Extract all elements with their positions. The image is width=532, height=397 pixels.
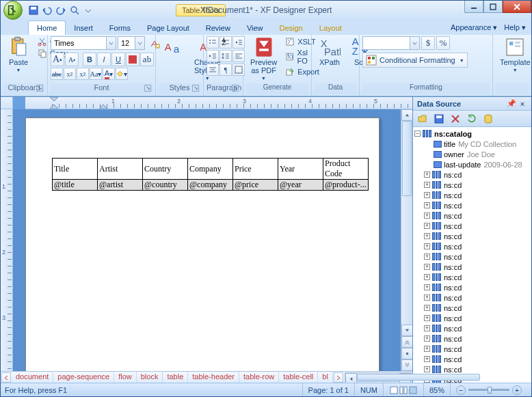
case-button[interactable]: Aa▾ [90,68,102,80]
document-viewport[interactable]: Title Artist Country Company Price Year … [13,109,401,371]
td-price[interactable]: @price [233,180,278,191]
td-product[interactable]: @product-... [323,180,369,191]
open-icon[interactable] [416,112,429,126]
qat-undo-icon[interactable] [42,5,53,16]
tree-row[interactable]: +ns:cd [413,272,531,282]
tree-row[interactable]: +ns:cd [413,333,531,344]
zoom-in-button[interactable]: + [512,385,522,395]
qat-more-icon[interactable] [83,5,94,16]
chevron-down-icon[interactable] [107,36,116,50]
vertical-scrollbar[interactable] [401,109,412,371]
breadcrumb-table[interactable]: table [163,372,188,383]
tree-row[interactable]: +ns:cd [413,190,531,200]
zoom-out-button[interactable]: − [456,385,466,395]
hscroll-thumb[interactable] [357,374,480,381]
tree-row[interactable]: +ns:cd [413,231,531,241]
th-year[interactable]: Year [278,159,323,180]
subscript-button[interactable]: x2 [64,68,76,80]
number-format-combo[interactable] [362,36,410,50]
numbering-button[interactable]: 12 [220,36,232,49]
qat-save-icon[interactable] [28,5,39,16]
italic-button[interactable]: I [97,53,111,66]
close-button[interactable] [503,1,531,13]
zoom-slider[interactable] [468,389,509,391]
clipboard-launcher-icon[interactable]: ↘ [36,85,43,92]
scroll-thumb[interactable] [402,121,412,196]
th-company[interactable]: Company [188,159,233,180]
delete-icon[interactable] [449,112,462,126]
tree-row[interactable]: titleMy CD Collection [413,139,531,149]
tree-row[interactable]: +ns:cd [413,169,531,180]
conditional-formatting-button[interactable]: Conditional Formatting▼ [362,53,468,68]
td-artist[interactable]: @artist [98,180,143,191]
chevron-down-icon[interactable] [410,36,420,50]
paragraph-launcher-icon[interactable]: ↘ [232,85,239,92]
app-orb[interactable] [3,1,23,20]
tree-row[interactable]: +ns:cd [413,313,531,323]
bold-button[interactable]: B [83,53,96,66]
tab-page-layout[interactable]: Page Layout [139,21,198,35]
browse-object-icon[interactable] [401,348,412,359]
fill-color-button[interactable]: ▾ [116,68,128,80]
tree-row[interactable]: last-update2009-06-28 [413,159,531,169]
doc-table[interactable]: Title Artist Country Company Price Year … [52,158,369,191]
zoom-level[interactable]: 85% [423,383,450,396]
preview-pdf-button[interactable]: Preview as PDF▼ [246,36,281,82]
breadcrumb-flow[interactable]: flow [114,372,137,383]
tree-row[interactable]: +ns:cd [413,241,531,251]
strike-button[interactable]: abc [51,68,63,80]
td-year[interactable]: @year [278,180,323,191]
td-title[interactable]: @title [53,180,98,191]
tree-row[interactable]: +ns:cd [413,354,531,364]
percent-button[interactable]: % [436,36,450,50]
breadcrumb-right-icon[interactable] [334,372,343,383]
tree-row[interactable]: +ns:cd [413,344,531,354]
tree-row[interactable]: −ns:catalog [413,128,531,139]
tree-row[interactable]: +ns:cd [413,262,531,272]
chevron-down-icon[interactable] [135,36,145,50]
breadcrumb-table-header[interactable]: table-header [188,372,239,383]
highlight-button[interactable]: ab [140,53,154,66]
underline-button[interactable]: U [111,53,125,66]
font-size-combo[interactable] [118,36,135,50]
breadcrumb-page-sequence[interactable]: page-sequence [53,372,114,383]
breadcrumb-table-row[interactable]: table-row [239,372,279,383]
vertical-ruler[interactable]: 123 [1,109,13,371]
bullets-button[interactable] [207,36,219,49]
grow-font-button[interactable]: A▴ [51,53,64,66]
scroll-down-icon[interactable] [401,325,412,336]
font-color-button[interactable]: A▾ [103,68,115,80]
tree-row[interactable]: +ns:cd [413,210,531,221]
xpath-button[interactable]: XPath XPath [315,36,345,68]
tab-home[interactable]: Home [28,20,66,35]
breadcrumb-left-icon[interactable] [1,372,11,383]
tab-layout[interactable]: Layout [311,21,350,35]
tab-view[interactable]: View [239,21,271,35]
tree-row[interactable]: +ns:cd [413,221,531,231]
refresh-icon[interactable] [465,112,479,126]
tab-insert[interactable]: Insert [66,21,101,35]
superscript-button[interactable]: x2 [77,68,89,80]
minimize-button[interactable] [464,1,483,13]
scroll-left-icon[interactable] [345,373,357,383]
th-country[interactable]: Country [143,159,188,180]
tree-row[interactable]: +ns:cd [413,200,531,210]
show-marks-button[interactable]: ¶ [220,64,232,76]
scroll-up-icon[interactable] [401,109,412,121]
quick-styles-button[interactable]: Aa [159,36,189,58]
maximize-button[interactable] [483,1,503,13]
template-button[interactable]: Template▼ [496,36,532,74]
align-center-button[interactable] [207,64,219,76]
breadcrumb-block[interactable]: block [137,372,163,383]
line-spacing-button[interactable] [220,50,232,62]
breadcrumb-bl[interactable]: bl [318,372,333,383]
qat-redo-icon[interactable] [55,5,66,16]
pin-icon[interactable]: 📌 [507,99,516,108]
td-country[interactable]: @country [143,180,188,191]
th-price[interactable]: Price [233,159,278,180]
data-tree[interactable]: −ns:catalogtitleMy CD CollectionownerJoe… [413,127,531,383]
currency-button[interactable]: $ [421,36,435,50]
prev-page-icon[interactable] [401,336,412,348]
tab-review[interactable]: Review [198,21,239,35]
font-family-combo[interactable] [51,36,107,50]
